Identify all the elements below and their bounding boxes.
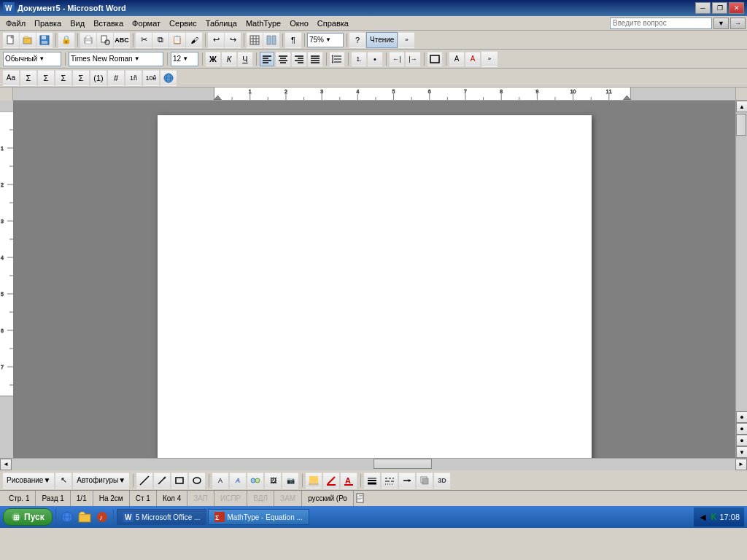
folder-icon[interactable] [77, 509, 93, 525]
ie-icon[interactable] [59, 509, 75, 525]
menu-tools[interactable]: Сервис [165, 17, 201, 30]
font-color-button[interactable]: A [465, 52, 480, 66]
spellcheck-button[interactable]: ABC [114, 32, 130, 48]
font-dropdown-wrapper[interactable]: Times New Roman ▼ [69, 52, 163, 66]
italic-button[interactable]: К [222, 52, 236, 66]
math-sum3-button[interactable]: Σ [55, 70, 71, 86]
save-button[interactable] [36, 32, 53, 48]
cut-button[interactable]: ✂ [136, 32, 152, 48]
taskbar-mathtype[interactable]: Σ MathType - Equation ... [208, 509, 309, 525]
select-objects-button[interactable]: ↖ [55, 472, 71, 489]
textbox-button[interactable]: A [212, 472, 228, 489]
math-bracket-button[interactable]: (1) [90, 70, 107, 86]
font-color-drawing-button[interactable]: A [341, 472, 357, 489]
fill-color-button[interactable] [306, 472, 322, 489]
fmt-toolbar-expand-button[interactable]: » [481, 51, 498, 67]
document-page[interactable] [158, 115, 592, 458]
reading-mode-button[interactable]: Чтение [366, 32, 398, 48]
arrow-button[interactable] [154, 472, 170, 489]
bold-button[interactable]: Ж [206, 52, 220, 66]
font-dropdown[interactable]: Times New Roman ▼ [69, 52, 163, 66]
show-para-button[interactable]: ¶ [285, 32, 301, 48]
scroll-down-button[interactable]: ▼ [736, 446, 747, 458]
line-style-button[interactable] [364, 472, 380, 489]
menu-insert[interactable]: Вставка [89, 17, 128, 30]
close-button[interactable]: ✕ [729, 2, 744, 14]
start-button[interactable]: ⊞ Пуск [3, 508, 53, 526]
menu-edit[interactable]: Правка [30, 17, 66, 30]
copy-button[interactable]: ⧉ [152, 32, 169, 48]
scroll-right-button[interactable]: ► [735, 459, 747, 470]
document-area[interactable] [13, 101, 735, 458]
math-globe-button[interactable] [160, 70, 177, 86]
wordart-button[interactable]: A [230, 472, 246, 489]
drawing-menu-button[interactable]: Рисование ▼ [3, 472, 54, 489]
align-left-button[interactable] [260, 52, 274, 66]
format-painter-button[interactable]: 🖌 [186, 32, 202, 48]
menu-mathtype[interactable]: MathType [241, 17, 285, 30]
menu-view[interactable]: Вид [66, 17, 89, 30]
preview-button[interactable] [97, 32, 113, 48]
style-dropdown-wrapper[interactable]: Обычный ▼ [3, 52, 61, 66]
menu-window[interactable]: Окно [285, 17, 313, 30]
winamp-icon[interactable]: ♪ [94, 509, 110, 525]
next-page-button[interactable]: ● [736, 435, 747, 446]
undo-button[interactable]: ↩ [208, 32, 224, 48]
scroll-up-button[interactable]: ▲ [736, 101, 747, 112]
line-button[interactable] [136, 472, 152, 489]
numbered-list-button[interactable]: 1. [352, 52, 366, 66]
paste-button[interactable]: 📋 [169, 32, 185, 48]
taskbar-word[interactable]: W 5 Microsoft Office ... [117, 509, 207, 525]
line-color-button[interactable] [323, 472, 339, 489]
menu-file[interactable]: Файл [1, 17, 30, 30]
borders-button[interactable] [427, 52, 442, 66]
permission-button[interactable]: 🔒 [58, 32, 74, 48]
window-controls[interactable]: ─ ❐ ✕ [695, 2, 744, 14]
rectangle-button[interactable] [171, 472, 187, 489]
restore-button[interactable]: ❐ [712, 2, 727, 14]
math-sharp-button[interactable]: # [108, 70, 124, 86]
math-sum2-button[interactable]: Σ [38, 70, 54, 86]
math-sum4-button[interactable]: Σ [73, 70, 89, 86]
dash-style-button[interactable] [382, 472, 398, 489]
menu-format[interactable]: Формат [128, 17, 165, 30]
columns-button[interactable] [263, 32, 279, 48]
tray-arrow-icon[interactable]: ◄ [698, 511, 708, 523]
style-dropdown[interactable]: Обычный ▼ [3, 52, 61, 66]
3d-button[interactable]: 3D [434, 472, 450, 489]
kaspersky-icon[interactable]: K [711, 512, 716, 522]
justify-button[interactable] [308, 52, 322, 66]
v-scroll-thumb[interactable] [736, 114, 746, 136]
clipart-button[interactable]: 🖼 [265, 472, 281, 489]
redo-button[interactable]: ↪ [225, 32, 241, 48]
help-arrow-button[interactable]: → [730, 18, 746, 29]
math-10e-button[interactable]: 10ê [143, 70, 159, 86]
v-scroll-track[interactable] [736, 112, 747, 411]
scroll-left-button[interactable]: ◄ [0, 459, 12, 470]
arrow-style-button[interactable] [399, 472, 415, 489]
print-button[interactable] [80, 32, 96, 48]
math-1n-button[interactable]: 1ñ [125, 70, 142, 86]
underline-button[interactable]: Ч [238, 52, 252, 66]
help-button[interactable]: ? [349, 32, 365, 48]
math-sum1-button[interactable]: Σ [20, 70, 36, 86]
align-center-button[interactable] [276, 52, 290, 66]
prev-page-button[interactable]: ● [736, 411, 747, 423]
help-search-input[interactable] [610, 18, 712, 29]
h-scroll-track[interactable] [12, 459, 735, 470]
autoshapes-button[interactable]: Автофигуры ▼ [73, 472, 129, 489]
decrease-indent-button[interactable]: ←| [390, 52, 404, 66]
toolbar-expand-button[interactable]: » [398, 32, 414, 48]
h-scroll-thumb[interactable] [374, 459, 432, 469]
bullet-list-button[interactable]: • [368, 52, 382, 66]
highlight-button[interactable]: A [449, 52, 464, 66]
help-search-button[interactable]: ▼ [713, 18, 729, 29]
insert-table-button[interactable] [247, 32, 263, 48]
insert-image-button[interactable]: 📷 [282, 472, 298, 489]
diagram-button[interactable] [247, 472, 263, 489]
oval-button[interactable] [189, 472, 205, 489]
minimize-button[interactable]: ─ [695, 2, 711, 14]
math-aa-button[interactable]: Аа [3, 70, 19, 86]
font-size-dropdown[interactable]: 12 ▼ [171, 52, 198, 66]
zoom-dropdown[interactable]: 75% ▼ [307, 33, 344, 47]
